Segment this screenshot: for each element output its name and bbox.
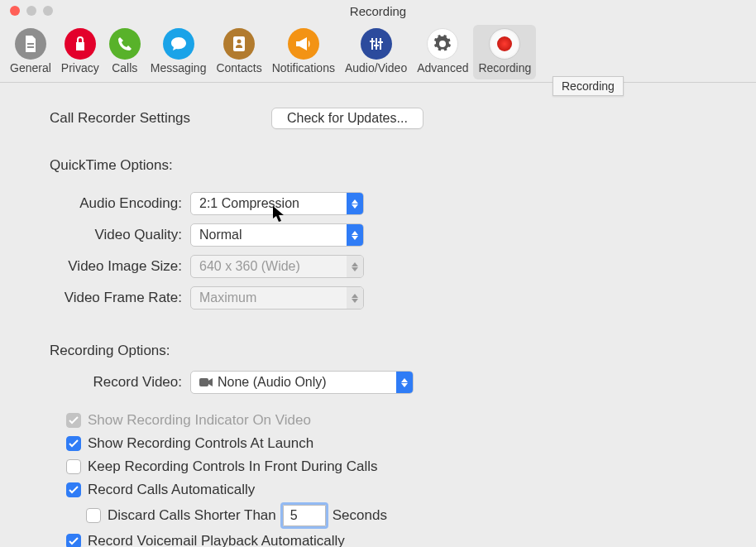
check-updates-button[interactable]: Check for Updates...: [271, 108, 423, 129]
toolbar-tab-label: Messaging: [151, 61, 207, 74]
toolbar-tab-label: Calls: [112, 61, 137, 74]
bullhorn-icon: [288, 28, 319, 60]
discard-prefix-label: Discard Calls Shorter Than: [108, 507, 276, 524]
toolbar-tab-label: Recording: [478, 61, 531, 74]
chevron-up-down-icon: [347, 287, 363, 309]
titlebar: Recording: [0, 0, 756, 22]
keep-front-row: Keep Recording Controls In Front During …: [66, 458, 756, 475]
toolbar-tab-audio-video[interactable]: Audio/Video: [340, 25, 412, 79]
show-indicator-row: Show Recording Indicator On Video: [66, 412, 756, 429]
preferences-toolbar: General Privacy Calls Messaging Contacts…: [0, 22, 756, 83]
record-voicemail-row: Record Voicemail Playback Automatically: [66, 533, 756, 547]
settings-header: Call Recorder Settings: [50, 110, 271, 127]
camera-icon: [199, 377, 213, 387]
zoom-window-button[interactable]: [43, 6, 53, 16]
record-icon: [489, 28, 520, 60]
tooltip: Recording: [553, 76, 624, 96]
chat-icon: [163, 28, 194, 60]
chevron-up-down-icon: [347, 256, 363, 277]
traffic-lights: [0, 6, 53, 16]
toolbar-tab-advanced[interactable]: Advanced: [412, 25, 473, 79]
svg-rect-1: [27, 46, 34, 48]
chevron-up-down-icon: [396, 372, 413, 393]
keep-front-label: Keep Recording Controls In Front During …: [88, 458, 378, 475]
window-title: Recording: [0, 4, 756, 18]
record-video-label: Record Video:: [50, 374, 190, 391]
toolbar-tab-contacts[interactable]: Contacts: [211, 25, 266, 79]
chevron-up-down-icon: [347, 224, 363, 246]
toolbar-tab-label: Advanced: [417, 61, 468, 74]
toolbar-tab-notifications[interactable]: Notifications: [267, 25, 340, 79]
content-area: Call Recorder Settings Check for Updates…: [0, 83, 756, 547]
close-window-button[interactable]: [10, 6, 20, 16]
record-auto-label: Record Calls Automatically: [88, 482, 255, 498]
quicktime-header: QuickTime Options:: [50, 157, 756, 174]
video-quality-select[interactable]: Normal: [190, 223, 364, 247]
record-voicemail-checkbox[interactable]: [66, 534, 81, 547]
discard-checkbox[interactable]: [86, 508, 101, 523]
record-voicemail-label: Record Voicemail Playback Automatically: [88, 533, 345, 547]
lock-icon: [65, 28, 96, 60]
svg-rect-10: [199, 378, 208, 386]
sliders-icon: [361, 28, 392, 60]
phone-icon: [109, 28, 141, 60]
toolbar-tab-general[interactable]: General: [5, 25, 56, 79]
recording-options-header: Recording Options:: [50, 343, 756, 359]
record-auto-row: Record Calls Automatically: [66, 482, 756, 498]
toolbar-tab-privacy[interactable]: Privacy: [56, 25, 104, 79]
video-frame-rate-label: Video Frame Rate:: [50, 290, 190, 306]
svg-rect-7: [370, 41, 375, 42]
discard-seconds-input[interactable]: [283, 505, 326, 526]
toolbar-tab-label: Privacy: [61, 61, 99, 74]
file-icon: [15, 28, 46, 60]
record-video-select[interactable]: None (Audio Only): [190, 371, 414, 394]
toolbar-tab-recording[interactable]: Recording: [473, 25, 536, 79]
minimize-window-button[interactable]: [26, 6, 36, 16]
svg-rect-8: [374, 45, 379, 46]
discard-suffix-label: Seconds: [333, 507, 387, 524]
show-indicator-label: Show Recording Indicator On Video: [88, 412, 311, 429]
svg-rect-4: [371, 38, 373, 50]
gear-icon: [427, 28, 458, 60]
svg-rect-6: [380, 38, 381, 50]
discard-row: Discard Calls Shorter Than Seconds: [86, 505, 756, 526]
video-quality-label: Video Quality:: [50, 227, 190, 243]
show-controls-checkbox[interactable]: [66, 436, 81, 451]
keep-front-checkbox[interactable]: [66, 459, 81, 474]
svg-rect-0: [27, 43, 34, 45]
video-image-size-label: Video Image Size:: [50, 258, 190, 275]
chevron-up-down-icon: [347, 193, 363, 214]
svg-rect-5: [376, 38, 377, 50]
show-controls-label: Show Recording Controls At Launch: [88, 435, 313, 452]
toolbar-tab-label: General: [10, 61, 51, 74]
show-controls-row: Show Recording Controls At Launch: [66, 435, 756, 452]
toolbar-tab-messaging[interactable]: Messaging: [146, 25, 212, 79]
video-image-size-select[interactable]: 640 x 360 (Wide): [190, 255, 364, 278]
toolbar-tab-calls[interactable]: Calls: [104, 25, 146, 79]
audio-encoding-select[interactable]: 2:1 Compression: [190, 192, 364, 215]
book-icon: [223, 28, 255, 60]
video-frame-rate-select[interactable]: Maximum: [190, 286, 364, 309]
toolbar-tab-label: Contacts: [216, 61, 261, 74]
svg-point-3: [237, 40, 242, 44]
show-indicator-checkbox: [66, 413, 81, 428]
record-auto-checkbox[interactable]: [66, 482, 81, 497]
toolbar-tab-label: Audio/Video: [345, 61, 407, 74]
toolbar-tab-label: Notifications: [272, 61, 335, 74]
audio-encoding-label: Audio Encoding:: [50, 195, 190, 212]
svg-rect-2: [233, 36, 245, 51]
svg-rect-9: [378, 41, 383, 43]
